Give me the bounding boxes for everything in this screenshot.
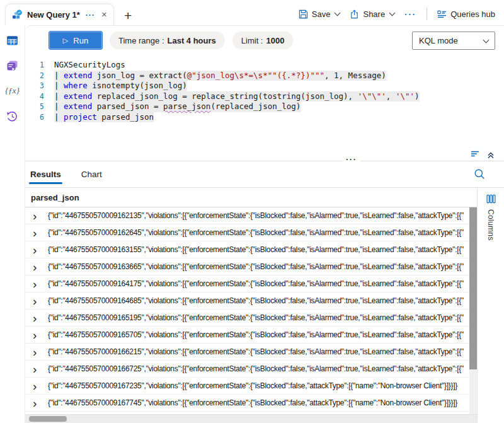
line-number: 5 bbox=[25, 101, 44, 112]
saved-queries-icon[interactable] bbox=[6, 59, 19, 72]
line-number: 2 bbox=[25, 71, 44, 81]
code-text: | project parsed_json bbox=[54, 112, 154, 123]
table-row[interactable]: ›{"id":"4467550570009165705","violations… bbox=[25, 327, 469, 344]
top-actions: Save Share ··· bbox=[299, 8, 504, 20]
save-button[interactable]: Save bbox=[299, 9, 340, 19]
query-panel: ▷ Run Time range : Last 4 hours Limit : … bbox=[25, 25, 504, 423]
tab-close-icon[interactable]: ✕ bbox=[101, 11, 107, 19]
expand-row-icon[interactable]: › bbox=[33, 210, 48, 222]
results-rows: ›{"id":"4467550570009162135","violations… bbox=[25, 207, 469, 415]
expand-row-icon[interactable]: › bbox=[33, 278, 48, 290]
tab-menu-button[interactable]: ··· bbox=[86, 11, 95, 20]
limit-picker[interactable]: Limit : 1000 bbox=[232, 32, 294, 49]
tab-chart[interactable]: Chart bbox=[81, 161, 102, 187]
adx-app-icon bbox=[12, 9, 23, 20]
share-button[interactable]: Share bbox=[350, 9, 394, 19]
chevron-down-icon bbox=[335, 10, 341, 16]
row-json-value: {"id":"4467550570009164685","violations"… bbox=[48, 296, 464, 305]
table-row[interactable]: ›{"id":"4467550570009167745","violations… bbox=[25, 395, 469, 412]
run-button[interactable]: ▷ Run bbox=[49, 32, 102, 49]
limit-value: 1000 bbox=[266, 36, 284, 45]
play-icon: ▷ bbox=[63, 37, 68, 44]
row-json-value: {"id":"4467550570009163155","violations"… bbox=[48, 245, 464, 254]
save-label: Save bbox=[312, 9, 331, 19]
expand-row-icon[interactable]: › bbox=[33, 329, 48, 341]
save-icon bbox=[299, 9, 308, 19]
table-row[interactable]: ›{"id":"4467550570009162645","violations… bbox=[25, 224, 469, 241]
expand-row-icon[interactable]: › bbox=[33, 227, 48, 239]
line-number: 3 bbox=[25, 81, 44, 91]
table-row[interactable]: ›{"id":"4467550570009162135","violations… bbox=[25, 207, 469, 224]
query-toolbar: ▷ Run Time range : Last 4 hours Limit : … bbox=[25, 26, 504, 55]
more-actions-button[interactable]: ··· bbox=[404, 9, 416, 19]
code-text: | extend json_log = extract(@"json_log\s… bbox=[54, 71, 386, 81]
collapse-editor-icon[interactable] bbox=[486, 150, 495, 159]
code-line: 6| project parsed_json bbox=[25, 112, 504, 123]
kql-mode-label: KQL mode bbox=[419, 36, 458, 45]
row-json-value: {"id":"4467550570009163665","violations"… bbox=[48, 262, 464, 271]
vertical-scrollbar[interactable] bbox=[469, 207, 477, 415]
row-json-value: {"id":"4467550570009162135","violations"… bbox=[48, 211, 464, 220]
table-row[interactable]: ›{"id":"4467550570009166215","violations… bbox=[25, 344, 469, 361]
tab-results[interactable]: Results bbox=[30, 161, 61, 187]
query-history-icon[interactable] bbox=[6, 110, 19, 122]
table-row[interactable]: ›{"id":"4467550570009166725","violations… bbox=[25, 361, 469, 378]
table-row[interactable]: ›{"id":"4467550570009167235","violations… bbox=[25, 378, 469, 395]
time-range-picker[interactable]: Time range : Last 4 hours bbox=[110, 32, 225, 49]
chevron-down-icon bbox=[389, 10, 396, 16]
expand-row-icon[interactable]: › bbox=[33, 346, 48, 358]
expand-row-icon[interactable]: › bbox=[33, 312, 48, 324]
row-json-value: {"id":"4467550570009165705","violations"… bbox=[48, 330, 464, 339]
code-line: 3| where isnotempty(json_log) bbox=[25, 81, 504, 91]
chevron-down-icon bbox=[483, 37, 490, 43]
editor-footer bbox=[25, 151, 504, 161]
table-row[interactable]: ›{"id":"4467550570009164685","violations… bbox=[25, 293, 469, 310]
format-lines-icon[interactable] bbox=[471, 149, 480, 159]
column-header-parsed-json[interactable]: parsed_json bbox=[25, 188, 477, 207]
queries-hub-label: Queries hub bbox=[450, 9, 495, 19]
row-json-value: {"id":"4467550570009167235","violations"… bbox=[48, 381, 464, 390]
code-line: 2| extend json_log = extract(@"json_log\… bbox=[25, 71, 504, 81]
columns-icon bbox=[486, 194, 496, 204]
row-json-value: {"id":"4467550570009162645","violations"… bbox=[48, 228, 464, 237]
columns-panel-label: Columns bbox=[486, 209, 495, 240]
functions-icon[interactable]: {ƒx} bbox=[6, 84, 19, 97]
splitter-handle[interactable]: ··· bbox=[343, 155, 360, 163]
results-grid: parsed_json ›{"id":"4467550570009162135"… bbox=[25, 188, 504, 423]
table-row[interactable]: ›{"id":"4467550570009163665","violations… bbox=[25, 258, 469, 275]
expand-row-icon[interactable]: › bbox=[33, 363, 48, 375]
time-range-label: Time range : bbox=[118, 36, 164, 45]
expand-row-icon[interactable]: › bbox=[33, 261, 48, 273]
expand-row-icon[interactable]: › bbox=[33, 295, 48, 307]
limit-label: Limit : bbox=[241, 36, 263, 45]
time-range-value: Last 4 hours bbox=[168, 36, 216, 45]
columns-panel-toggle[interactable]: Columns bbox=[477, 188, 504, 423]
new-tab-button[interactable]: + bbox=[124, 9, 132, 22]
code-text: | extend replaced_json_log = replace_str… bbox=[54, 91, 420, 102]
line-number: 6 bbox=[25, 112, 44, 123]
queries-hub-button[interactable]: Queries hub bbox=[437, 9, 495, 19]
code-text: NGXSecurityLogs bbox=[54, 60, 125, 71]
share-label: Share bbox=[363, 9, 385, 19]
row-json-value: {"id":"4467550570009166215","violations"… bbox=[48, 347, 464, 356]
code-text: | extend parsed_json = parse_json(replac… bbox=[54, 101, 301, 112]
tables-icon[interactable] bbox=[6, 34, 19, 47]
table-row[interactable]: ›{"id":"4467550570009164175","violations… bbox=[25, 275, 469, 293]
horizontal-scrollbar[interactable] bbox=[25, 414, 477, 423]
horizontal-scrollbar-thumb[interactable] bbox=[29, 416, 67, 422]
expand-row-icon[interactable]: › bbox=[33, 244, 48, 256]
table-row[interactable]: ›{"id":"4467550570009163155","violations… bbox=[25, 241, 469, 258]
line-number: 4 bbox=[25, 91, 44, 102]
results-tabs: Results Chart bbox=[25, 161, 504, 188]
expand-row-icon[interactable]: › bbox=[33, 380, 48, 392]
tab-title: New Query 1* bbox=[27, 10, 80, 20]
kql-mode-dropdown[interactable]: KQL mode bbox=[412, 32, 495, 50]
expand-row-icon[interactable]: › bbox=[33, 397, 48, 409]
query-editor[interactable]: 1NGXSecurityLogs2| extend json_log = ext… bbox=[25, 55, 504, 151]
row-json-value: {"id":"4467550570009166725","violations"… bbox=[48, 364, 464, 373]
table-row[interactable]: ›{"id":"4467550570009165195","violations… bbox=[25, 310, 469, 327]
search-icon[interactable] bbox=[474, 168, 485, 182]
code-line: 5| extend parsed_json = parse_json(repla… bbox=[25, 101, 504, 112]
vertical-scrollbar-thumb[interactable] bbox=[469, 207, 477, 369]
query-tab[interactable]: New Query 1* ··· ✕ bbox=[5, 4, 114, 25]
